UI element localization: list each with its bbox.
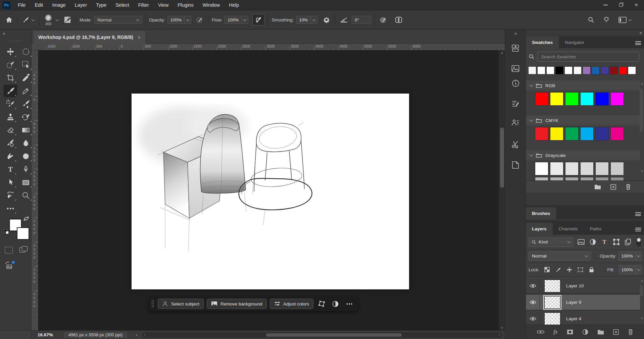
size-pressure-icon[interactable] <box>378 16 388 23</box>
swatch[interactable] <box>535 162 548 175</box>
delete-layer-trash-icon[interactable] <box>628 329 633 335</box>
filter-smart-objects-icon[interactable] <box>624 239 632 245</box>
menu-help[interactable]: Help <box>229 2 239 8</box>
canvas-vertical-scrollbar[interactable]: ˄ ˅ <box>499 50 505 330</box>
cut-panel-icon[interactable] <box>509 138 522 151</box>
select-subject-button[interactable]: Select subject <box>158 299 204 309</box>
menu-plugins[interactable]: Plugins <box>178 2 194 8</box>
new-layer-icon[interactable] <box>613 329 619 335</box>
gradient-tool[interactable] <box>19 124 32 136</box>
menu-image[interactable]: Image <box>52 2 65 8</box>
swatch[interactable] <box>528 66 536 74</box>
pencil-tool[interactable] <box>19 85 32 97</box>
layer-visibility-eye-icon[interactable] <box>526 311 540 325</box>
tab-channels[interactable]: Channels <box>553 223 584 235</box>
layer-name[interactable]: Layer 10 <box>566 283 584 288</box>
swatch[interactable] <box>574 66 582 74</box>
swatch[interactable] <box>610 92 624 106</box>
background-color-swatch[interactable] <box>17 227 29 240</box>
character-panel-icon[interactable] <box>509 117 522 129</box>
swatch[interactable] <box>583 66 591 74</box>
eyedropper-tool[interactable] <box>19 72 32 83</box>
remove-background-button[interactable]: Remove background <box>207 299 267 309</box>
filter-toggle-switch[interactable] <box>636 238 641 246</box>
path-selection-tool[interactable] <box>4 177 17 188</box>
mode-select[interactable]: Normal <box>94 16 142 24</box>
layer-row[interactable]: Layer 4 <box>526 311 640 325</box>
workspace-switcher[interactable] <box>618 17 631 23</box>
move-tool[interactable] <box>4 46 17 57</box>
shapes-panel-icon[interactable] <box>509 42 522 54</box>
adjustments-icon[interactable] <box>330 299 341 309</box>
swatch[interactable] <box>535 127 548 140</box>
filter-adjustment-layers-icon[interactable] <box>589 239 597 245</box>
tab-layers[interactable]: Layers <box>526 223 553 235</box>
document-tab[interactable]: Workshop 4.psd @ 16,7% (Layer 9, RGB/8) … <box>34 31 145 44</box>
search-icon[interactable] <box>588 16 594 23</box>
toggle-brush-settings-icon[interactable] <box>62 16 72 23</box>
status-options-arrow[interactable]: › <box>136 332 137 337</box>
adjust-colors-button[interactable]: Adjust colors <box>270 299 313 309</box>
sponge-tool[interactable] <box>19 151 32 162</box>
layers-scrollbar-thumb[interactable] <box>640 285 643 296</box>
zoom-level-field[interactable]: 16.67% <box>38 332 53 337</box>
filter-shape-layers-icon[interactable] <box>612 239 620 245</box>
default-colors-icon[interactable] <box>4 229 9 235</box>
eraser-tool[interactable] <box>4 124 17 136</box>
brush-tool-preset-icon[interactable] <box>21 16 36 23</box>
selection-brush-tool[interactable] <box>4 59 17 70</box>
swatch[interactable] <box>580 92 594 106</box>
swatch[interactable] <box>555 66 563 74</box>
object-selection-tool[interactable] <box>19 59 32 70</box>
scroll-down-arrow[interactable]: ˅ <box>499 326 505 330</box>
scroll-left-arrow[interactable]: ‹ <box>144 332 145 336</box>
swatch[interactable] <box>565 92 579 106</box>
swatch[interactable] <box>546 66 554 74</box>
swatch-group-rgb[interactable]: RGB <box>526 80 640 91</box>
swatch[interactable] <box>565 162 579 175</box>
menu-filter[interactable]: Filter <box>138 2 149 8</box>
quick-mask-mode-icon[interactable] <box>5 247 13 253</box>
pen-tool[interactable] <box>19 164 32 175</box>
lock-pixels-brush-icon[interactable] <box>555 267 561 273</box>
paint-symmetry-butterfly-icon[interactable] <box>393 16 404 24</box>
layer-visibility-eye-icon[interactable] <box>526 278 540 293</box>
swatch[interactable] <box>595 127 609 140</box>
swatch[interactable] <box>592 66 600 74</box>
tab-navigator[interactable]: Navigator <box>559 36 590 48</box>
layer-thumbnail[interactable] <box>544 296 560 309</box>
collapse-tools-icon[interactable]: « <box>3 31 4 36</box>
swatch[interactable] <box>537 66 545 74</box>
swatch[interactable] <box>535 92 548 106</box>
swap-colors-icon[interactable] <box>23 216 29 221</box>
scroll-up-arrow[interactable]: ˄ <box>499 51 505 55</box>
home-icon[interactable] <box>4 16 14 23</box>
layer-row-selected[interactable]: Layer 9 <box>526 295 640 310</box>
hand-rotate-view-tool[interactable] <box>4 190 17 201</box>
edit-toolbar-ellipsis[interactable] <box>4 203 17 214</box>
swatch[interactable] <box>610 177 624 180</box>
discover-lightbulb-icon[interactable] <box>603 16 610 23</box>
rectangle-shape-tool[interactable] <box>19 177 32 188</box>
close-tab-icon[interactable]: × <box>138 35 141 40</box>
swatch[interactable] <box>610 127 624 140</box>
layer-filter-kind-select[interactable]: Kind <box>529 237 573 247</box>
swatch[interactable] <box>565 127 579 140</box>
scroll-right-arrow[interactable]: › <box>499 332 500 336</box>
layer-row[interactable]: Layer 10 <box>526 278 640 294</box>
swatch[interactable] <box>535 177 548 180</box>
swatch-group-grayscale[interactable]: Grayscale <box>526 150 640 160</box>
layer-thumbnail[interactable] <box>544 280 560 292</box>
menu-file[interactable]: File <box>18 2 26 8</box>
swatch[interactable] <box>595 92 609 106</box>
screen-mode-icon[interactable] <box>19 246 28 253</box>
expand-panels-icon[interactable]: « <box>514 31 516 36</box>
swatch[interactable] <box>565 177 579 180</box>
crop-tool[interactable] <box>4 72 17 83</box>
more-options-icon[interactable] <box>344 299 355 309</box>
layer-name[interactable]: Layer 9 <box>566 300 581 305</box>
swatch[interactable] <box>550 92 563 106</box>
blend-mode-select[interactable]: Normal <box>529 251 591 261</box>
restore-button[interactable] <box>613 0 629 10</box>
elliptical-marquee-tool[interactable] <box>19 46 32 57</box>
